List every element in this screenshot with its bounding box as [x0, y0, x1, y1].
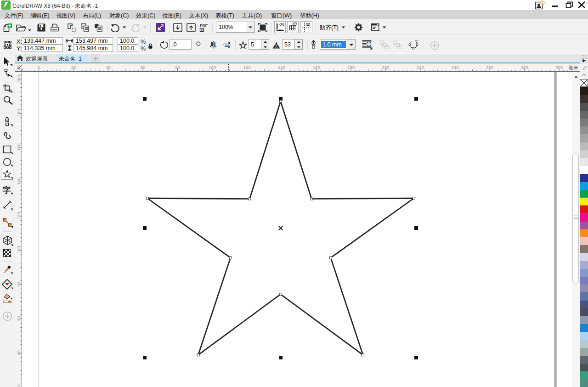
svg-text:字: 字	[3, 186, 11, 195]
svg-text:1: 1	[542, 1, 543, 4]
svg-text:PDF: PDF	[200, 23, 208, 28]
